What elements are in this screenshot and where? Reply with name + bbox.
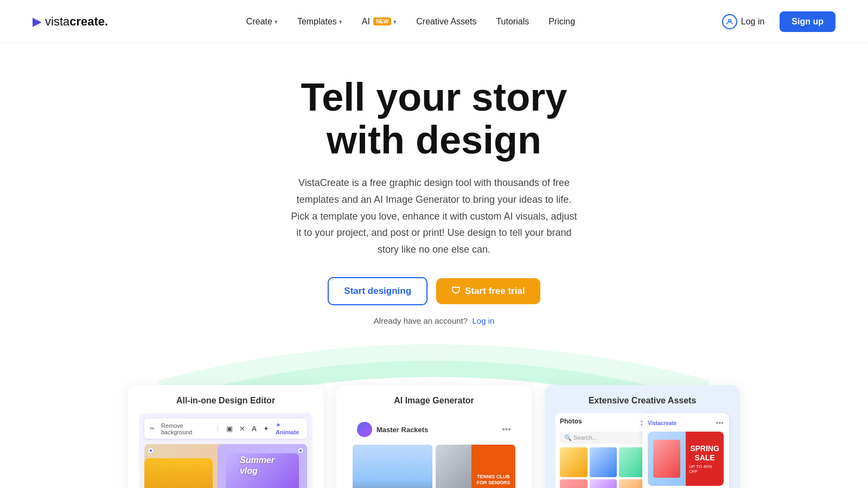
crop-icon: ✕ [239,425,245,433]
ai-image-2: TENNIS CLUBFOR SENIORS [436,445,515,488]
creative-assets-title: Extensive Creative Assets [556,396,729,406]
account-icon [722,14,737,29]
card-menu-icon[interactable]: ••• [716,419,724,427]
logo-text: vistacreate. [45,15,108,29]
toolbar-sep: | [217,425,219,433]
canvas-area: Summervlog 🌈 🍦 Sticker Maker [144,444,307,488]
design-editor-card: All-in-one Design Editor ✂ Remove backgr… [128,385,323,488]
hero-buttons: Start designing 🛡 Start free trial [328,277,540,305]
ai-card-header: Master Rackets ••• [353,419,515,440]
summer-vlog-text: Summervlog [240,455,275,476]
nav-right: Log in Sign up [713,10,835,34]
asset-thumb-4 [560,479,588,488]
assets-panel: Photos ✕ 🔍 Search... [556,413,651,488]
ai-image-grid: TENNIS CLUBFOR SENIORS ▶ [353,445,515,488]
scissors-icon: ✂ [150,425,155,432]
nav-templates-label: Templates [297,17,337,27]
toolbar-remove-bg: Remove background [161,422,209,435]
navbar: ▶ vistacreate. Create ▾ Templates ▾ AI N… [0,0,868,43]
nav-creative-assets-label: Creative Assets [416,17,476,27]
chevron-down-icon: ▾ [275,18,278,25]
ai-avatar [357,422,372,437]
feature-cards: All-in-one Design Editor ✂ Remove backgr… [0,385,868,488]
start-designing-button[interactable]: Start designing [328,277,427,305]
ai-menu-icon[interactable]: ••• [502,425,511,434]
creative-assets-card: Extensive Creative Assets Photos ✕ 🔍 Sea… [545,385,740,488]
nav-templates[interactable]: Templates ▾ [290,12,350,31]
selection-handle-tl [149,448,153,453]
logo-icon: ▶ [33,15,42,29]
asset-thumb-1 [560,447,588,477]
nav-ai-label: AI [362,17,370,27]
animate-label: ✦ Animate [276,422,302,435]
nav-create-label: Create [246,17,272,27]
ai-generator-title: AI Image Generator [347,396,521,406]
hero-login-link[interactable]: Log in [472,316,494,325]
nav-pricing[interactable]: Pricing [541,12,583,31]
tennis-club-overlay: TENNIS CLUBFOR SENIORS [477,474,510,486]
nav-pricing-label: Pricing [548,17,575,27]
spring-sale-card: Vistacreate ••• SPRINGSALE UP TO 40% OFF [642,413,729,488]
nav-ai[interactable]: AI NEW ▾ [354,12,404,31]
ai-account-name: Master Rackets [376,426,428,434]
shield-icon: 🛡 [451,286,461,297]
nav-create[interactable]: Create ▾ [239,12,285,31]
plus-icon: ✦ [263,425,269,433]
ai-image-1 [353,445,432,488]
design-editor-title: All-in-one Design Editor [139,396,312,406]
vistacreate-logo-small: Vistacreate [648,420,676,426]
assets-content: Photos ✕ 🔍 Search... Vistacreate ••• [556,413,729,488]
nav-tutorials-label: Tutorials [496,17,529,27]
spring-discount-text: UP TO 40% OFF [689,464,720,474]
trial-button-label: Start free trial [465,286,525,297]
login-button[interactable]: Log in [713,10,774,34]
chevron-down-icon: ▾ [339,18,342,25]
editor-mockup: ✂ Remove background | ▣ ✕ A ✦ ✦ Animate … [139,413,312,488]
spring-sale-text: SPRINGSALE [690,444,719,463]
asset-thumb-2 [590,447,617,477]
photos-panel-title: Photos [560,418,582,425]
ai-generator-card: AI Image Generator Master Rackets ••• [336,385,532,488]
hero-title: Tell your story with design [301,76,567,162]
login-label: Log in [741,17,765,27]
chevron-down-icon: ▾ [393,18,397,25]
ai-new-badge: NEW [373,17,391,25]
text-icon: A [252,425,257,433]
nav-tutorials[interactable]: Tutorials [488,12,537,31]
nav-links: Create ▾ Templates ▾ AI NEW ▾ Creative A… [239,12,583,31]
logo[interactable]: ▶ vistacreate. [33,15,108,29]
assets-images-grid [560,447,647,488]
person-image [144,458,213,488]
asset-thumb-5 [590,479,617,488]
toolbar-strip: ✂ Remove background | ▣ ✕ A ✦ ✦ Animate [144,419,307,439]
start-free-trial-button[interactable]: 🛡 Start free trial [436,278,540,304]
arc-decoration [108,352,760,385]
ai-mockup: Master Rackets ••• TENNIS CLUBFOR SENIOR… [347,413,521,488]
assets-search-bar[interactable]: 🔍 Search... [560,432,647,444]
nav-creative-assets[interactable]: Creative Assets [409,12,484,31]
hero-section: Tell your story with design VistaCreate … [0,43,868,385]
hero-subtitle: VistaCreate is a free graphic design too… [288,175,580,258]
spring-sale-banner: SPRINGSALE UP TO 40% OFF [648,432,724,486]
square-icon: ▣ [226,425,233,433]
signup-button[interactable]: Sign up [780,11,835,32]
account-prompt: Already have an account? Log in [374,316,495,325]
spring-card-header: Vistacreate ••• [648,419,724,427]
